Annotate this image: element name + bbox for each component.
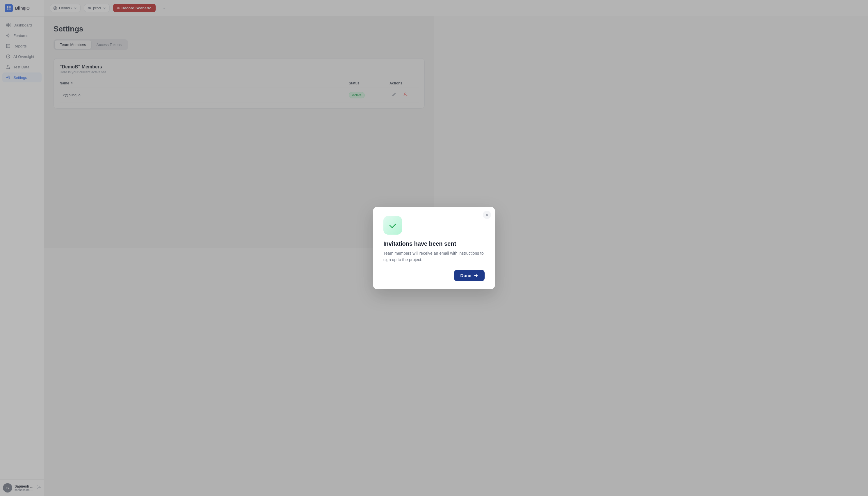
modal-success-icon-wrap — [383, 216, 402, 235]
invitation-success-modal: × Invitations have been sent Team member… — [373, 207, 434, 248]
modal-title: Invitations have been sent — [383, 241, 434, 247]
modal-overlay: × Invitations have been sent Team member… — [0, 0, 434, 248]
checkmark-icon — [388, 221, 397, 230]
